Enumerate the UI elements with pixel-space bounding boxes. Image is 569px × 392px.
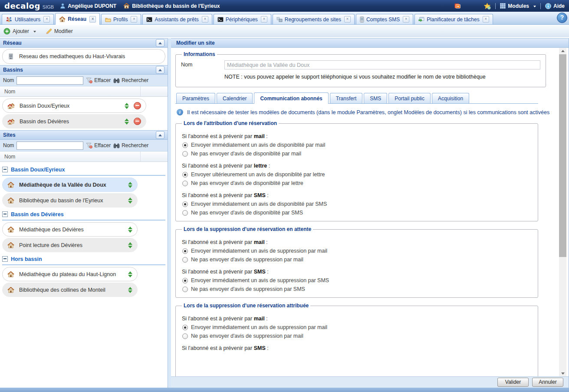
- tab-transfert[interactable]: Transfert: [330, 93, 363, 103]
- radio-option[interactable]: Ne pas envoyer d'avis de disponiblité pa…: [182, 180, 533, 186]
- panel-splitter[interactable]: [168, 38, 171, 388]
- radio-option[interactable]: Envoyer immédiatement un avis de suppres…: [182, 248, 533, 254]
- move-up-icon[interactable]: [128, 271, 132, 274]
- close-icon[interactable]: ×: [344, 16, 351, 23]
- reorder-arrows[interactable]: [128, 198, 132, 204]
- add-button[interactable]: Ajouter: [3, 28, 36, 35]
- tab-portail-public[interactable]: Portail public: [388, 93, 431, 103]
- tab-parametres[interactable]: Paramètres: [176, 93, 215, 103]
- collapse-group-icon[interactable]: [2, 211, 8, 217]
- remove-icon[interactable]: [134, 102, 141, 109]
- bassins-filter-input[interactable]: [16, 76, 83, 85]
- move-up-icon[interactable]: [128, 287, 132, 290]
- site-group-header[interactable]: Hors bassin: [2, 254, 165, 265]
- help-menu[interactable]: Aide: [545, 3, 565, 9]
- move-up-icon[interactable]: [128, 227, 132, 229]
- site-name-input[interactable]: [224, 60, 540, 69]
- scrollbar-thumb[interactable]: [559, 54, 566, 257]
- radio-option[interactable]: Envoyer immédiatement un avis de suppres…: [182, 324, 533, 330]
- tab-planificateur-de-taches[interactable]: Planificateur de tâches ×: [414, 14, 493, 24]
- modules-menu[interactable]: Modules: [500, 3, 536, 9]
- reorder-arrows[interactable]: [125, 103, 129, 109]
- tab-assistants-de-prets[interactable]: Assistants de prêts ×: [142, 14, 212, 24]
- site-row[interactable]: Bibliothèque du bassin de l'Eyrieux: [2, 193, 138, 208]
- remove-icon[interactable]: [134, 118, 141, 125]
- tab-regroupements-de-sites[interactable]: Regroupements de sites ×: [273, 14, 355, 24]
- collapse-panel-button[interactable]: [156, 39, 164, 47]
- modify-button[interactable]: Modifier: [46, 28, 73, 34]
- move-up-icon[interactable]: [125, 119, 129, 121]
- site-group-header[interactable]: Bassin des Dévières: [2, 209, 165, 221]
- close-icon[interactable]: ×: [261, 16, 267, 23]
- scrollbar-track[interactable]: [559, 54, 566, 370]
- collapse-panel-button[interactable]: [156, 131, 164, 139]
- close-icon[interactable]: ×: [131, 16, 137, 23]
- close-icon[interactable]: ×: [403, 16, 409, 23]
- collapse-group-icon[interactable]: [2, 167, 8, 172]
- collapse-group-icon[interactable]: [2, 256, 8, 262]
- notification-book-icon[interactable]: [454, 3, 461, 9]
- radio-option[interactable]: Ne pas envoyer d'avis de disponiblité pa…: [182, 151, 533, 157]
- column-header-nom[interactable]: Nom: [0, 152, 141, 161]
- reorder-arrows[interactable]: [128, 287, 132, 293]
- site-row[interactable]: Médiathèque du plateau du Haut-Lignon: [2, 267, 138, 281]
- tab-calendrier[interactable]: Calendrier: [217, 93, 253, 103]
- bassin-row[interactable]: Bassin des Dévières: [2, 114, 146, 128]
- favorites-star-icon[interactable]: [483, 3, 491, 10]
- radio-option[interactable]: Ne pas envoyer d'avis de disponiblité pa…: [182, 210, 533, 216]
- site-group-header[interactable]: Bassin Doux/Eyrieux: [2, 164, 165, 176]
- tab-profils[interactable]: Profils ×: [101, 14, 141, 24]
- close-icon[interactable]: ×: [483, 16, 489, 23]
- site-row[interactable]: Point lecture des Dévières: [2, 238, 138, 252]
- cancel-button[interactable]: Annuler: [532, 378, 563, 387]
- bassin-row[interactable]: Bassin Doux/Eyrieux: [2, 99, 146, 113]
- close-icon[interactable]: ×: [89, 16, 96, 23]
- help-circle-button[interactable]: ?: [557, 13, 567, 23]
- site-row[interactable]: Bibliothèque des collines de Monteil: [2, 283, 138, 297]
- move-down-icon[interactable]: [128, 230, 132, 233]
- move-down-icon[interactable]: [128, 185, 132, 188]
- radio-option[interactable]: Envoyer immédiatement un avis de disponi…: [182, 142, 533, 148]
- close-icon[interactable]: ×: [202, 16, 208, 23]
- site-row-selected[interactable]: Médiathèque de la Vallée du Doux: [2, 178, 138, 192]
- tab-communication-abonnes[interactable]: Communication abonnés: [254, 92, 328, 104]
- tab-acquisition[interactable]: Acquisition: [432, 93, 469, 103]
- reorder-arrows[interactable]: [128, 242, 132, 248]
- scroll-up-button[interactable]: [559, 48, 566, 54]
- sites-filter-input[interactable]: [16, 142, 83, 150]
- radio-option[interactable]: Ne pas envoyer d'avis de suppression par…: [182, 286, 533, 292]
- column-header-nom[interactable]: Nom: [0, 86, 141, 96]
- reorder-arrows[interactable]: [125, 119, 129, 125]
- move-down-icon[interactable]: [125, 122, 129, 125]
- move-down-icon[interactable]: [128, 290, 132, 293]
- reorder-arrows[interactable]: [128, 182, 132, 188]
- site-row[interactable]: Médiathèque des Dévières: [2, 222, 138, 237]
- move-up-icon[interactable]: [128, 198, 132, 200]
- move-down-icon[interactable]: [128, 246, 132, 248]
- move-up-icon[interactable]: [128, 182, 132, 184]
- close-icon[interactable]: ×: [43, 16, 50, 23]
- move-down-icon[interactable]: [128, 275, 132, 277]
- sites-search-button[interactable]: Rechercher: [113, 142, 148, 148]
- bassins-clear-button[interactable]: Effacer: [86, 77, 111, 83]
- sites-column-header[interactable]: Nom: [0, 152, 168, 162]
- move-down-icon[interactable]: [128, 201, 132, 204]
- radio-option[interactable]: Envoyer ultérieurement un avis de dispon…: [182, 171, 533, 178]
- bassins-column-header[interactable]: Nom: [0, 86, 168, 97]
- radio-option[interactable]: Envoyer immédiatement un avis de disponi…: [182, 201, 533, 207]
- move-up-icon[interactable]: [125, 103, 129, 105]
- radio-option[interactable]: Ne pas envoyer d'avis de suppression par…: [182, 333, 533, 339]
- scroll-down-button[interactable]: [559, 370, 566, 376]
- collapse-panel-button[interactable]: [156, 66, 164, 74]
- tab-reseau[interactable]: Réseau ×: [55, 13, 100, 25]
- radio-option[interactable]: Envoyer immédiatement un avis de suppres…: [182, 277, 533, 283]
- reorder-arrows[interactable]: [128, 271, 132, 277]
- tab-sms[interactable]: SMS: [364, 93, 387, 103]
- move-down-icon[interactable]: [125, 106, 129, 109]
- sites-clear-button[interactable]: Effacer: [86, 142, 111, 148]
- move-up-icon[interactable]: [128, 242, 132, 245]
- reorder-arrows[interactable]: [128, 227, 132, 233]
- tab-peripheriques[interactable]: Périphériques ×: [214, 14, 271, 24]
- tab-comptes-sms[interactable]: Comptes SMS ×: [356, 14, 413, 24]
- tab-utilisateurs[interactable]: Utilisateurs ×: [2, 14, 54, 24]
